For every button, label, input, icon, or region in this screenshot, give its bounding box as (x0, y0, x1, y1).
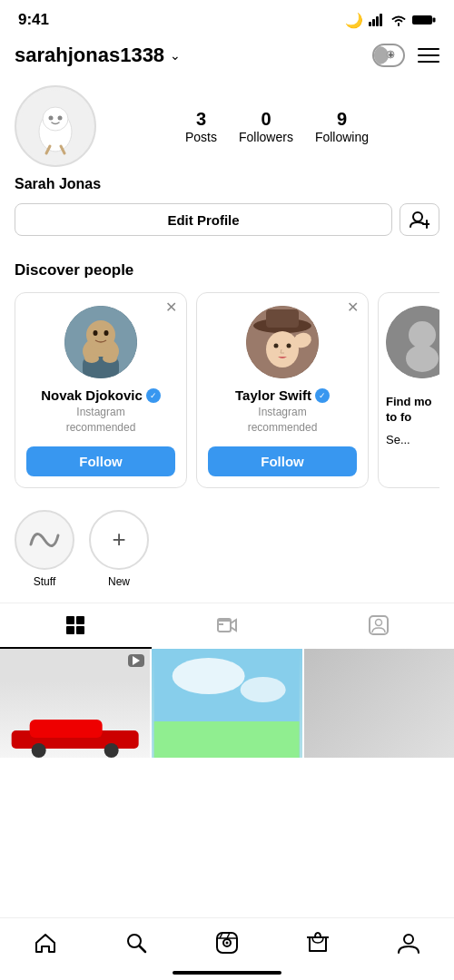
person-card-novak: ✕ Novak Djokovic ✓ Insta (15, 292, 187, 488)
stats-row: 3 Posts 0 Followers 9 Following (114, 109, 439, 144)
svg-point-12 (58, 116, 63, 121)
signal-icon (369, 14, 385, 26)
svg-point-20 (86, 320, 115, 349)
person-card-partial: Find moto fo Se... (378, 292, 439, 488)
grid-item-1[interactable] (0, 649, 150, 758)
partial-card-text: Find moto fo (386, 395, 432, 426)
tab-video[interactable] (152, 603, 303, 649)
followers-stat[interactable]: 0 Followers (239, 109, 293, 144)
svg-rect-38 (66, 626, 74, 634)
video-tab-icon (216, 614, 238, 636)
reels-icon (215, 931, 239, 955)
highlight-stuff-circle[interactable] (15, 510, 74, 570)
plus-icon: + (112, 525, 125, 554)
grid-icon (64, 614, 86, 636)
novak-name: Novak Djokovic (41, 387, 143, 403)
svg-rect-3 (380, 14, 382, 26)
tab-tagged[interactable] (302, 603, 454, 649)
svg-rect-43 (219, 623, 223, 625)
svg-rect-28 (266, 309, 299, 328)
home-indicator (173, 971, 281, 975)
svg-rect-0 (369, 22, 371, 26)
status-icons: 🌙 (345, 12, 436, 29)
taylor-avatar (246, 306, 319, 378)
taylor-face (246, 306, 319, 378)
nav-shop[interactable] (295, 927, 340, 958)
add-friend-button[interactable] (400, 203, 439, 236)
highlight-stuff-label: Stuff (34, 575, 55, 588)
video-badge (128, 654, 144, 667)
taylor-verified-badge: ✓ (315, 388, 330, 403)
header-icons: + (372, 44, 439, 67)
svg-rect-2 (376, 16, 379, 26)
svg-rect-51 (154, 721, 300, 758)
svg-point-45 (375, 619, 381, 625)
profile-name: Sarah Jonas (15, 176, 439, 192)
close-novak-button[interactable]: ✕ (165, 300, 177, 315)
home-icon (34, 931, 57, 955)
sky-svg (152, 649, 301, 758)
posts-label: Posts (185, 130, 217, 144)
following-label: Following (315, 130, 369, 144)
nav-home[interactable] (23, 927, 68, 958)
highlight-new[interactable]: + New (89, 510, 149, 588)
svg-point-58 (226, 942, 229, 945)
highlight-new-circle[interactable]: + (89, 510, 149, 570)
novak-avatar (64, 306, 137, 378)
profile-section: 3 Posts 0 Followers 9 Following Sarah Jo… (0, 78, 454, 250)
person-card-taylor: ✕ (196, 292, 369, 488)
svg-point-21 (94, 330, 98, 336)
shop-icon (306, 931, 330, 955)
close-taylor-button[interactable]: ✕ (347, 300, 359, 315)
photo-grid (0, 649, 454, 758)
car-image (0, 703, 150, 758)
menu-line (418, 61, 439, 63)
follow-taylor-button[interactable]: Follow (208, 446, 357, 476)
svg-point-30 (274, 344, 279, 348)
highlight-stuff[interactable]: Stuff (15, 510, 74, 588)
svg-rect-37 (76, 616, 84, 624)
menu-button[interactable] (418, 48, 439, 63)
taylor-name: Taylor Swift (235, 387, 311, 403)
username-row[interactable]: sarahjonas1338 ⌄ (15, 44, 181, 67)
edit-profile-button[interactable]: Edit Profile (15, 203, 392, 236)
nav-search[interactable] (114, 927, 159, 958)
discover-section: Discover people ✕ Novak (0, 250, 454, 495)
person-tag-icon (368, 614, 390, 636)
following-stat[interactable]: 9 Following (315, 109, 369, 144)
nav-reels[interactable] (204, 927, 250, 958)
svg-point-52 (173, 658, 245, 694)
posts-stat[interactable]: 3 Posts (185, 109, 217, 144)
avatar (15, 85, 96, 167)
svg-rect-4 (412, 15, 432, 24)
grid-item-3[interactable] (304, 649, 454, 758)
follow-novak-button[interactable]: Follow (26, 446, 175, 476)
posts-count: 3 (196, 109, 206, 130)
svg-point-25 (103, 354, 117, 363)
moon-icon: 🌙 (345, 12, 363, 29)
taylor-subtitle: Instagramrecommended (248, 405, 318, 436)
svg-rect-1 (372, 19, 375, 26)
add-friend-icon (410, 211, 429, 229)
partial-avatar (386, 306, 439, 378)
svg-rect-36 (66, 616, 74, 624)
stuff-squiggle-icon (22, 517, 67, 563)
profile-info-row: 3 Posts 0 Followers 9 Following (15, 85, 439, 167)
chevron-down-icon[interactable]: ⌄ (170, 48, 181, 63)
search-icon (124, 931, 148, 955)
tab-grid[interactable] (0, 603, 152, 649)
menu-line (418, 48, 439, 50)
nav-profile[interactable] (386, 927, 431, 958)
status-time: 9:41 (18, 11, 49, 29)
see-more-button[interactable]: Se... (386, 433, 410, 446)
svg-point-10 (43, 107, 68, 131)
svg-point-62 (404, 935, 413, 944)
svg-rect-42 (219, 620, 230, 622)
svg-line-55 (140, 946, 146, 953)
novak-verified-badge: ✓ (146, 388, 161, 403)
add-account-button[interactable]: + (372, 44, 405, 67)
svg-point-15 (413, 212, 422, 221)
avatar-container[interactable] (15, 85, 96, 167)
followers-count: 0 (261, 109, 271, 130)
grid-item-2[interactable] (152, 649, 301, 758)
